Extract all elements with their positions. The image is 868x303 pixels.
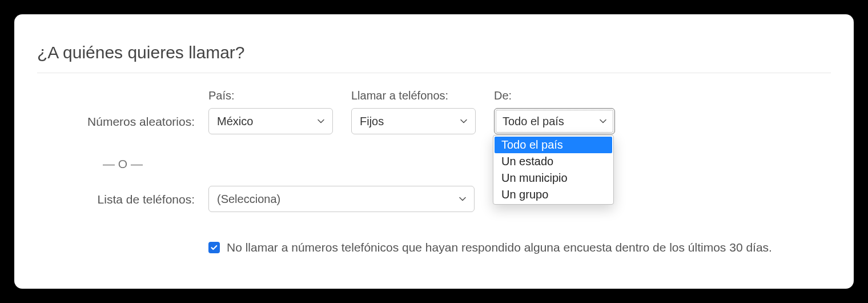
region-dropdown[interactable]: Todo el país Un estado Un municipio Un g… [493,135,614,205]
or-separator: — O — [37,147,208,186]
phone-list-row: Lista de teléfonos: (Selecciona) [37,186,831,212]
random-numbers-row: Números aleatorios: País: México Llamar … [37,89,831,134]
region-label: De: [494,89,615,102]
phones-select-value: Fijos [360,115,384,128]
country-field-group: País: México [208,89,333,134]
region-option-un-grupo[interactable]: Un grupo [495,186,612,203]
chevron-down-icon [459,117,468,126]
page-title: ¿A quiénes quieres llamar? [37,43,831,73]
phone-list-select[interactable]: (Selecciona) [208,186,475,212]
chevron-down-icon [458,194,467,204]
check-icon [210,244,218,252]
phones-label: Llamar a teléfonos: [351,89,476,102]
country-select-value: México [217,115,253,128]
phone-list-label: Lista de teléfonos: [37,193,208,212]
chevron-down-icon [316,117,326,126]
fields-col: (Selecciona) [208,186,475,212]
region-field-group: De: Todo el país [494,89,615,134]
no-call-checkbox-row: No llamar a números telefónicos que haya… [208,241,831,254]
region-option-todo-el-pais[interactable]: Todo el país [495,137,612,153]
country-label: País: [208,89,333,102]
or-row: — O — [37,147,831,186]
region-select-value: Todo el país [503,115,564,128]
list-field-group: (Selecciona) [208,186,475,212]
chevron-down-icon [598,117,608,126]
region-select[interactable]: Todo el país [494,108,615,134]
region-option-un-estado[interactable]: Un estado [495,153,612,170]
phone-list-select-value: (Selecciona) [217,193,280,206]
no-call-checkbox-label: No llamar a números telefónicos que haya… [227,241,772,254]
form-card: ¿A quiénes quieres llamar? Números aleat… [14,14,854,289]
random-numbers-label: Números aleatorios: [37,115,208,134]
region-option-un-municipio[interactable]: Un municipio [495,170,612,186]
country-select[interactable]: México [208,108,333,134]
fields-col: País: México Llamar a teléfonos: Fijos [208,89,615,134]
no-call-checkbox[interactable] [208,242,220,253]
phones-select[interactable]: Fijos [351,108,476,134]
phones-field-group: Llamar a teléfonos: Fijos [351,89,476,134]
